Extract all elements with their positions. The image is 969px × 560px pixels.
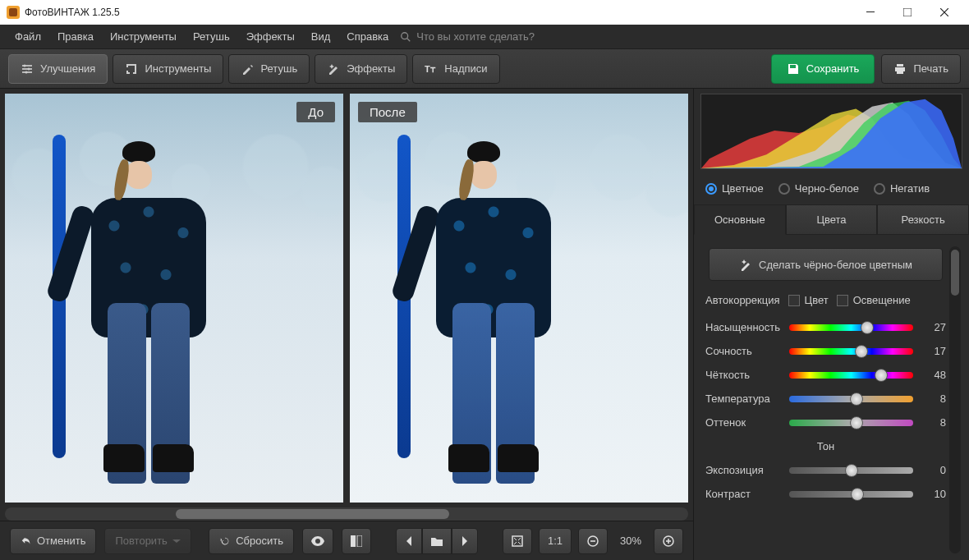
svg-point-4 bbox=[24, 64, 26, 67]
svg-rect-12 bbox=[590, 540, 595, 542]
menu-search[interactable]: Что вы хотите сделать? bbox=[400, 30, 535, 43]
app-icon bbox=[7, 6, 20, 19]
next-image-button[interactable] bbox=[452, 528, 478, 554]
slider-contrast[interactable]: Контраст 10 bbox=[705, 488, 946, 500]
before-after-panel: До После bbox=[0, 89, 693, 507]
ptab-colors[interactable]: Цвета bbox=[786, 204, 878, 235]
radio-bw[interactable]: Черно-белое bbox=[778, 182, 859, 195]
window-title: ФотоВИНТАЖ 1.25.5 bbox=[25, 7, 852, 18]
radio-negative[interactable]: Негатив bbox=[874, 182, 930, 195]
horizontal-scrollbar[interactable] bbox=[0, 507, 693, 521]
tool-tabs-row: Улучшения Инструменты Ретушь Эффекты Tᴛ … bbox=[0, 49, 969, 89]
browse-folder-button[interactable] bbox=[422, 528, 452, 554]
print-button[interactable]: Печать bbox=[881, 54, 961, 84]
tab-retouch[interactable]: Ретушь bbox=[228, 54, 310, 84]
menu-bar: Файл Правка Инструменты Ретушь Эффекты В… bbox=[0, 25, 969, 49]
tab-text[interactable]: Tᴛ Надписи bbox=[412, 54, 499, 84]
preview-toggle-button[interactable] bbox=[302, 528, 333, 554]
right-sidebar: Цветное Черно-белое Негатив Основные Цве… bbox=[693, 89, 969, 560]
close-button[interactable] bbox=[925, 0, 962, 25]
svg-rect-10 bbox=[512, 536, 522, 546]
bw-to-color-button[interactable]: Сделать чёрно-белое цветным bbox=[709, 248, 943, 281]
bottom-bar: Отменить Повторить Сбросить 1:1 bbox=[0, 521, 693, 560]
menu-tools[interactable]: Инструменты bbox=[102, 25, 185, 48]
actual-size-button[interactable]: 1:1 bbox=[539, 528, 572, 554]
after-label: После bbox=[358, 102, 417, 122]
svg-rect-8 bbox=[351, 535, 356, 547]
fit-screen-button[interactable] bbox=[503, 528, 532, 554]
adjust-panel-tabs: Основные Цвета Резкость bbox=[694, 204, 969, 235]
svg-rect-9 bbox=[357, 535, 362, 547]
tab-tools[interactable]: Инструменты bbox=[113, 54, 223, 84]
svg-point-6 bbox=[25, 71, 28, 73]
slider-clarity[interactable]: Чёткость 48 bbox=[705, 369, 946, 381]
auto-correction-label: Автокоррекция bbox=[705, 294, 780, 306]
save-button[interactable]: Сохранить bbox=[771, 54, 875, 84]
minimize-button[interactable] bbox=[852, 0, 889, 25]
reset-button[interactable]: Сбросить bbox=[209, 528, 294, 554]
redo-button[interactable]: Повторить bbox=[104, 528, 191, 554]
ptab-basic[interactable]: Основные bbox=[694, 204, 786, 235]
slider-tint[interactable]: Оттенок 8 bbox=[705, 416, 946, 429]
undo-button[interactable]: Отменить bbox=[10, 528, 96, 554]
photo-before[interactable]: До bbox=[5, 94, 343, 503]
compare-toggle-button[interactable] bbox=[342, 528, 371, 554]
svg-rect-1 bbox=[903, 8, 912, 16]
tab-effects[interactable]: Эффекты bbox=[315, 54, 407, 84]
menu-effects[interactable]: Эффекты bbox=[238, 25, 303, 48]
svg-point-2 bbox=[402, 32, 408, 39]
maximize-button[interactable] bbox=[889, 0, 925, 25]
menu-retouch[interactable]: Ретушь bbox=[185, 25, 238, 48]
svg-point-5 bbox=[28, 67, 30, 70]
before-label: До bbox=[296, 102, 335, 122]
menu-view[interactable]: Вид bbox=[303, 25, 339, 48]
zoom-value: 30% bbox=[614, 535, 647, 547]
tone-section-header: Тон bbox=[705, 440, 946, 452]
slider-exposure[interactable]: Экспозиция 0 bbox=[705, 464, 946, 476]
color-mode-radios: Цветное Черно-белое Негатив bbox=[694, 172, 969, 204]
zoom-in-button[interactable] bbox=[654, 528, 683, 554]
auto-color-checkbox[interactable]: Цвет bbox=[788, 294, 829, 306]
photo-after[interactable]: После bbox=[350, 94, 688, 503]
panel-scrollbar[interactable] bbox=[949, 246, 961, 553]
prev-image-button[interactable] bbox=[396, 528, 422, 554]
svg-text:Tᴛ: Tᴛ bbox=[425, 64, 436, 74]
search-placeholder: Что вы хотите сделать? bbox=[416, 30, 535, 43]
radio-color[interactable]: Цветное bbox=[705, 182, 764, 195]
svg-rect-15 bbox=[668, 539, 669, 544]
slider-temperature[interactable]: Температура 8 bbox=[705, 392, 946, 405]
ptab-sharp[interactable]: Резкость bbox=[877, 204, 969, 235]
slider-vibrance[interactable]: Сочность 17 bbox=[705, 345, 946, 357]
window-titlebar: ФотоВИНТАЖ 1.25.5 bbox=[0, 0, 969, 25]
tab-enhance[interactable]: Улучшения bbox=[8, 54, 108, 84]
svg-rect-0 bbox=[866, 11, 875, 12]
auto-correction-row: Автокоррекция Цвет Освещение bbox=[705, 294, 946, 306]
svg-line-3 bbox=[407, 38, 411, 41]
menu-help[interactable]: Справка bbox=[338, 25, 397, 48]
histogram[interactable] bbox=[700, 94, 962, 169]
menu-file[interactable]: Файл bbox=[7, 25, 49, 48]
menu-edit[interactable]: Правка bbox=[49, 25, 102, 48]
zoom-out-button[interactable] bbox=[578, 528, 608, 554]
auto-light-checkbox[interactable]: Освещение bbox=[837, 294, 911, 306]
slider-saturation[interactable]: Насыщенность 27 bbox=[705, 321, 946, 333]
